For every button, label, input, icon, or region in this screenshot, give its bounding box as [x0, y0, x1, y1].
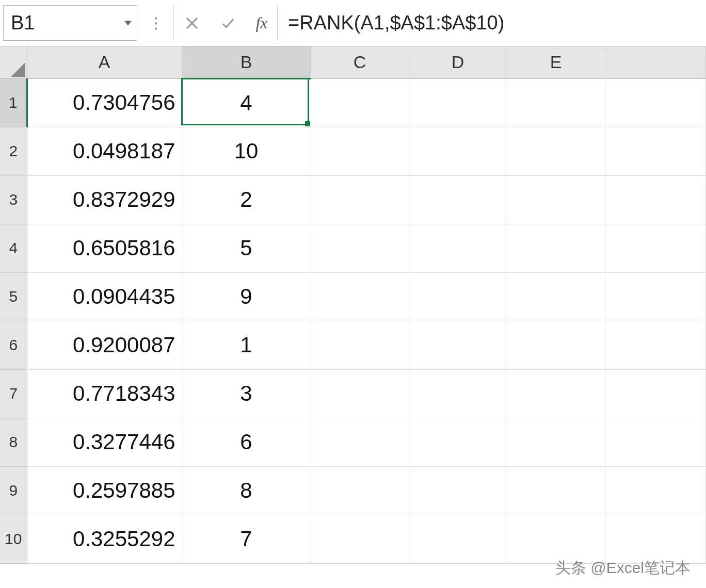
cell-E5[interactable]: [507, 272, 605, 321]
cell-E6[interactable]: [507, 321, 605, 369]
cell-C1[interactable]: [311, 78, 409, 127]
row-header-3[interactable]: 3: [0, 175, 27, 224]
cell-pad[interactable]: [605, 466, 706, 515]
close-icon: [184, 15, 200, 31]
cell-D4[interactable]: [409, 224, 507, 272]
cell-C8[interactable]: [311, 418, 409, 466]
cell-pad[interactable]: [605, 272, 706, 321]
row-header-9[interactable]: 9: [0, 466, 27, 515]
cell-E10[interactable]: [507, 515, 605, 563]
formula-input[interactable]: =RANK(A1,$A$1:$A$10): [277, 5, 706, 41]
cell-D10[interactable]: [409, 515, 507, 563]
cell-A5[interactable]: 0.0904435: [27, 272, 182, 321]
name-box-dropdown-icon[interactable]: [124, 21, 132, 25]
cell-E7[interactable]: [507, 369, 605, 418]
check-icon: [220, 15, 236, 31]
cell-B6[interactable]: 1: [182, 321, 311, 369]
fx-label: fx: [255, 13, 267, 32]
cell-D1[interactable]: [409, 78, 507, 127]
name-box[interactable]: B1: [3, 5, 137, 41]
cell-D3[interactable]: [409, 175, 507, 224]
cell-C7[interactable]: [311, 369, 409, 418]
cell-D5[interactable]: [409, 272, 507, 321]
row-header-5[interactable]: 5: [0, 272, 27, 321]
cell-B2[interactable]: 10: [182, 127, 311, 175]
cell-A2[interactable]: 0.0498187: [27, 127, 182, 175]
cell-A4[interactable]: 0.6505816: [27, 224, 182, 272]
row-header-1[interactable]: 1: [0, 78, 27, 127]
cell-E3[interactable]: [507, 175, 605, 224]
select-all-corner[interactable]: [0, 46, 27, 78]
cell-pad[interactable]: [605, 175, 706, 224]
cell-B3[interactable]: 2: [182, 175, 311, 224]
column-header-c[interactable]: C: [311, 46, 409, 78]
formula-text: =RANK(A1,$A$1:$A$10): [288, 12, 504, 34]
formula-bar: B1 ⋮ fx =RANK(A1,$A$1:$A$10): [0, 0, 706, 46]
cell-pad[interactable]: [605, 515, 706, 563]
cell-A6[interactable]: 0.9200087: [27, 321, 182, 369]
cell-reference: B1: [11, 12, 35, 34]
cell-A7[interactable]: 0.7718343: [27, 369, 182, 418]
column-header-a[interactable]: A: [27, 46, 182, 78]
cell-D2[interactable]: [409, 127, 507, 175]
row-header-7[interactable]: 7: [0, 369, 27, 418]
cell-D8[interactable]: [409, 418, 507, 466]
watermark-text: 头条 @Excel笔记本: [555, 558, 691, 579]
cell-D6[interactable]: [409, 321, 507, 369]
cell-B1[interactable]: 4: [182, 78, 311, 127]
cell-C2[interactable]: [311, 127, 409, 175]
cell-pad[interactable]: [605, 78, 706, 127]
cell-E4[interactable]: [507, 224, 605, 272]
row-header-6[interactable]: 6: [0, 321, 27, 369]
cell-B5[interactable]: 9: [182, 272, 311, 321]
column-header-e[interactable]: E: [507, 46, 605, 78]
column-header-b[interactable]: B: [182, 46, 311, 78]
row-header-2[interactable]: 2: [0, 127, 27, 175]
cell-C3[interactable]: [311, 175, 409, 224]
cell-pad[interactable]: [605, 224, 706, 272]
row-header-8[interactable]: 8: [0, 418, 27, 466]
cell-B8[interactable]: 6: [182, 418, 311, 466]
cell-B9[interactable]: 8: [182, 466, 311, 515]
cell-B4[interactable]: 5: [182, 224, 311, 272]
cell-E9[interactable]: [507, 466, 605, 515]
cell-B7[interactable]: 3: [182, 369, 311, 418]
spreadsheet-grid: A B C D E 10.7304756420.04981871030.8372…: [0, 46, 706, 564]
cell-A3[interactable]: 0.8372929: [27, 175, 182, 224]
cell-C9[interactable]: [311, 466, 409, 515]
cell-A1[interactable]: 0.7304756: [27, 78, 182, 127]
column-header-d[interactable]: D: [409, 46, 507, 78]
row-header-10[interactable]: 10: [0, 515, 27, 563]
cell-pad[interactable]: [605, 418, 706, 466]
cell-A10[interactable]: 0.3255292: [27, 515, 182, 563]
cell-pad[interactable]: [605, 127, 706, 175]
cell-A9[interactable]: 0.2597885: [27, 466, 182, 515]
column-header-pad: [605, 46, 706, 78]
cell-B10[interactable]: 7: [182, 515, 311, 563]
cell-pad[interactable]: [605, 321, 706, 369]
cell-C5[interactable]: [311, 272, 409, 321]
more-options-icon[interactable]: ⋮: [137, 0, 173, 46]
cell-C4[interactable]: [311, 224, 409, 272]
cancel-button[interactable]: [174, 0, 210, 46]
cell-D7[interactable]: [409, 369, 507, 418]
cell-pad[interactable]: [605, 369, 706, 418]
row-header-4[interactable]: 4: [0, 224, 27, 272]
cell-E1[interactable]: [507, 78, 605, 127]
cell-E8[interactable]: [507, 418, 605, 466]
cell-D9[interactable]: [409, 466, 507, 515]
fx-button[interactable]: fx: [246, 0, 277, 46]
enter-button[interactable]: [210, 0, 246, 46]
cell-C6[interactable]: [311, 321, 409, 369]
cell-E2[interactable]: [507, 127, 605, 175]
cell-A8[interactable]: 0.3277446: [27, 418, 182, 466]
cell-C10[interactable]: [311, 515, 409, 563]
